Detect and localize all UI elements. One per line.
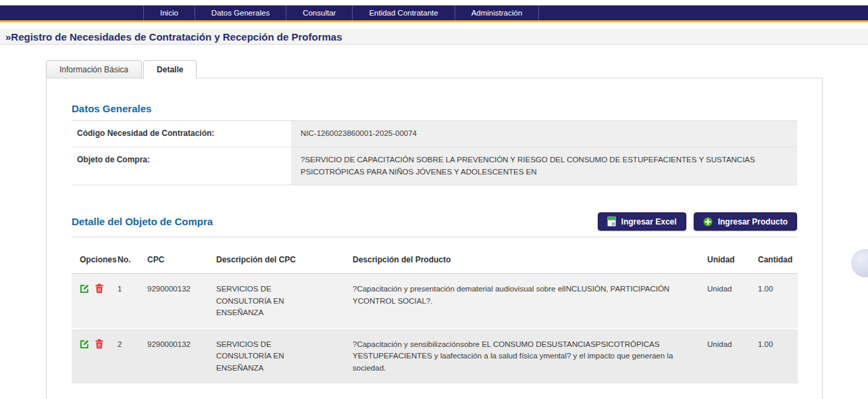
- main-nav: Inicio Datos Generales Consultar Entidad…: [143, 5, 539, 20]
- panel-content: Datos Generales Código Necesidad de Cont…: [47, 78, 822, 399]
- field-row-codigo: Código Necesidad de Contratación: NIC-12…: [72, 121, 797, 147]
- edit-icon[interactable]: [80, 283, 90, 294]
- page-title: »Registro de Necesidades de Contratación…: [0, 29, 868, 45]
- col-header-unidad: Unidad: [702, 246, 752, 274]
- col-header-cpc: CPC: [142, 246, 211, 274]
- row-cpc-desc-text: SERVICIOS DE CONSULTORÍA EN ENSEÑANZA: [216, 339, 301, 374]
- edit-icon[interactable]: [80, 339, 90, 349]
- delete-icon[interactable]: [95, 339, 104, 349]
- nav-item-inicio[interactable]: Inicio: [143, 5, 195, 20]
- ingresar-producto-label: Ingresar Producto: [718, 217, 788, 227]
- top-white-strip: [0, 0, 868, 5]
- objeto-compra-label: Objeto de Compra:: [72, 147, 291, 185]
- tab-panel: Datos Generales Código Necesidad de Cont…: [46, 78, 823, 399]
- table-row: 2 9290000132 SERVICIOS DE CONSULTORÍA EN…: [72, 329, 798, 384]
- detalle-buttons: Ingresar Excel Ingresar Producto: [598, 212, 797, 231]
- row-cpc-desc: SERVICIOS DE CONSULTORÍA EN ENSEÑANZA: [211, 274, 347, 329]
- nav-item-consultar[interactable]: Consultar: [286, 5, 352, 20]
- row-cpc: 9290000132: [142, 274, 211, 329]
- col-header-opciones: Opciones: [72, 246, 112, 274]
- row-unidad: Unidad: [702, 329, 752, 384]
- ingresar-excel-label: Ingresar Excel: [621, 217, 677, 227]
- detalle-objeto-compra-heading: Detalle del Objeto de Compra: [72, 216, 213, 227]
- objeto-compra-value: ?SERVICIO DE CAPACITACIÓN SOBRE LA PREVE…: [291, 147, 797, 185]
- datos-generales-heading: Datos Generales: [72, 78, 797, 114]
- codigo-necesidad-value: NIC-1260023860001-2025-00074: [291, 121, 797, 147]
- tab-detalle[interactable]: Detalle: [143, 60, 197, 78]
- col-header-descripcion-cpc: Descripción del CPC: [211, 246, 347, 274]
- divider: [72, 237, 797, 237]
- ingresar-producto-button[interactable]: Ingresar Producto: [694, 212, 797, 231]
- row-unidad: Unidad: [702, 274, 752, 329]
- page: { "nav": { "items": [ { "label": "Inicio…: [0, 0, 868, 399]
- plus-circle-icon: [703, 217, 713, 227]
- row-options-cell: [72, 329, 112, 384]
- row-options-cell: [72, 274, 112, 329]
- table-row: 1 9290000132 SERVICIOS DE CONSULTORÍA EN…: [72, 274, 798, 329]
- col-header-cantidad: Cantidad: [752, 246, 798, 274]
- row-cpc: 9290000132: [142, 329, 211, 384]
- table-header-row: Opciones No. CPC Descripción del CPC Des…: [72, 246, 798, 274]
- detalle-header: Detalle del Objeto de Compra Ingresar Ex…: [72, 212, 797, 231]
- row-cpc-desc: SERVICIOS DE CONSULTORÍA EN ENSEÑANZA: [211, 329, 347, 384]
- top-nav-bar: Inicio Datos Generales Consultar Entidad…: [0, 5, 868, 20]
- floating-widget[interactable]: [851, 249, 868, 277]
- nav-item-administracion[interactable]: Administración: [455, 5, 539, 20]
- ingresar-excel-button[interactable]: Ingresar Excel: [598, 212, 686, 231]
- detalle-table: Opciones No. CPC Descripción del CPC Des…: [72, 246, 798, 385]
- row-no: 1: [112, 274, 142, 329]
- nav-item-entidad-contratante[interactable]: Entidad Contratante: [352, 5, 454, 20]
- col-header-descripcion-producto: Descripción del Producto: [347, 246, 702, 274]
- row-cpc-desc-text: SERVICIOS DE CONSULTORÍA EN ENSEÑANZA: [216, 283, 301, 319]
- field-row-objeto-compra: Objeto de Compra: ?SERVICIO DE CAPACITAC…: [72, 147, 797, 186]
- row-cantidad: 1.00: [752, 329, 798, 384]
- gold-divider: [0, 20, 868, 22]
- row-no: 2: [112, 329, 142, 384]
- nav-item-datos-generales[interactable]: Datos Generales: [195, 5, 286, 20]
- tab-informacion-basica[interactable]: Información Básica: [46, 60, 142, 78]
- row-cantidad: 1.00: [752, 274, 798, 329]
- excel-icon: [607, 216, 616, 227]
- delete-icon[interactable]: [95, 283, 104, 294]
- row-producto-desc: ?Capacitación y sensibilizaciónsobre EL …: [347, 329, 702, 384]
- codigo-necesidad-label: Código Necesidad de Contratación:: [72, 121, 291, 147]
- row-producto-desc: ?Capacitación y presentación dematerial …: [347, 274, 702, 329]
- tab-bar: Información Básica Detalle: [46, 60, 868, 78]
